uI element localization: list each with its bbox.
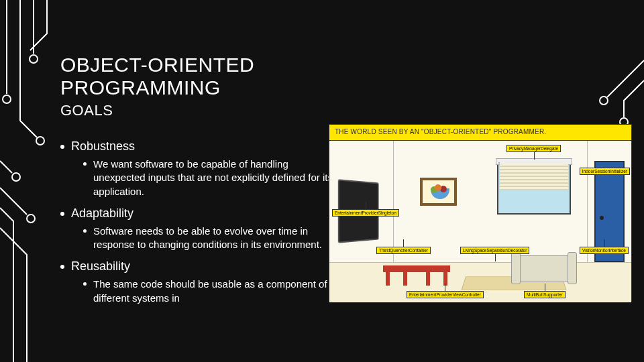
bullet-dot bbox=[60, 212, 64, 216]
cartoon-room: PrivacyManagerDelegate IndoorSessionInit… bbox=[329, 141, 631, 302]
svg-point-0 bbox=[3, 95, 11, 103]
cartoon-label: MultiButtSupporter bbox=[524, 291, 566, 298]
window-shape bbox=[497, 161, 571, 215]
slide-title: OBJECT-ORIENTED PROGRAMMING bbox=[60, 54, 342, 99]
svg-point-1 bbox=[36, 137, 44, 145]
bullet-text: Software needs to be able to evolve over… bbox=[93, 225, 342, 252]
bullet-dot bbox=[83, 282, 87, 286]
svg-point-4 bbox=[27, 215, 35, 223]
cartoon-label: EntertainmentProviderSingleton bbox=[332, 209, 399, 217]
svg-point-2 bbox=[30, 55, 38, 63]
bullet-text: The same code should be usable as a comp… bbox=[93, 278, 342, 305]
svg-point-5 bbox=[600, 97, 608, 105]
slide-subtitle: GOALS bbox=[60, 102, 342, 119]
picture-shape bbox=[420, 178, 457, 206]
couch-shape bbox=[517, 255, 571, 282]
bullet-heading: Adaptability bbox=[71, 206, 133, 221]
bullet-dot bbox=[60, 145, 64, 149]
bullet-heading: Reusability bbox=[71, 259, 130, 274]
bullet-text: We want software to be capable of handli… bbox=[93, 158, 342, 198]
cartoon-label: LivingSpaceSeparationDecorator bbox=[460, 247, 529, 254]
cartoon-label: VisitorMonitorInterface bbox=[580, 247, 629, 254]
bullet-heading: Robustness bbox=[71, 139, 135, 154]
bullet-dot bbox=[60, 265, 64, 269]
bullet-list: Robustness We want software to be capabl… bbox=[60, 139, 342, 305]
bullet-dot bbox=[83, 229, 87, 233]
table-shape bbox=[383, 265, 450, 286]
cartoon-label: EntertainmentProviderViewController bbox=[407, 291, 484, 298]
cartoon-image: THE WORLD SEEN BY AN "OBJECT-ORIENTED" P… bbox=[329, 124, 632, 302]
svg-point-3 bbox=[12, 173, 20, 181]
bullet-dot bbox=[83, 162, 87, 166]
slide-content: OBJECT-ORIENTED PROGRAMMING GOALS Robust… bbox=[60, 54, 342, 313]
cartoon-label: IndoorSessionInitializer bbox=[580, 168, 630, 175]
cartoon-label: ThirstQuencherContainer bbox=[376, 247, 431, 254]
cartoon-label: PrivacyManagerDelegate bbox=[506, 145, 561, 152]
cartoon-caption: THE WORLD SEEN BY AN "OBJECT-ORIENTED" P… bbox=[329, 125, 631, 141]
